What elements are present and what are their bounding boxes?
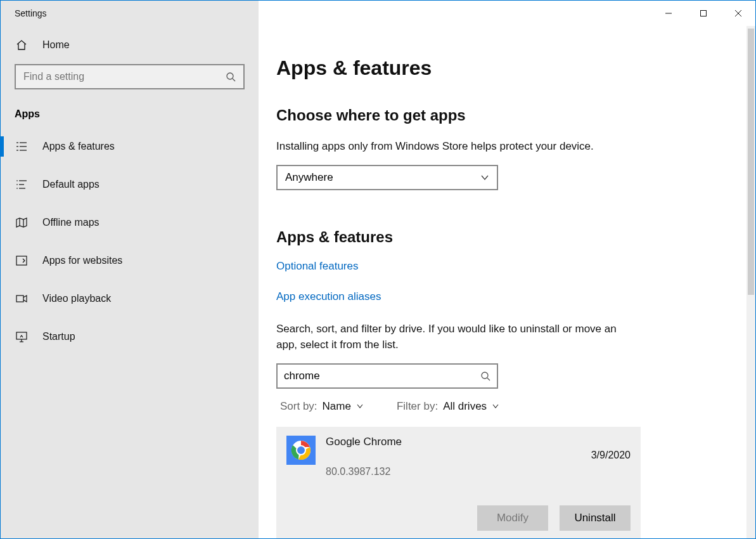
filter-by-value: All drives	[443, 400, 487, 413]
choose-apps-heading: Choose where to get apps	[276, 107, 733, 124]
app-name: Google Chrome	[326, 436, 581, 448]
sidebar-item-video-playback[interactable]: Video playback	[1, 280, 259, 318]
vertical-scrollbar[interactable]	[746, 26, 755, 538]
sidebar-home-label: Home	[42, 39, 70, 51]
svg-rect-21	[16, 295, 23, 302]
sidebar-item-label: Startup	[42, 331, 75, 342]
sidebar-item-startup[interactable]: Startup	[1, 318, 259, 356]
chevron-down-icon	[492, 403, 499, 410]
sidebar-item-label: Apps & features	[42, 141, 115, 152]
apps-list-heading: Apps & features	[276, 228, 733, 246]
sidebar-item-label: Video playback	[42, 293, 111, 304]
sidebar-item-label: Apps for websites	[42, 255, 122, 266]
sidebar-item-apps-features[interactable]: Apps & features	[1, 127, 259, 166]
sidebar-item-label: Default apps	[42, 179, 99, 190]
svg-point-25	[482, 372, 488, 379]
search-icon	[480, 371, 490, 381]
scrollbar-thumb[interactable]	[748, 29, 754, 295]
sidebar-item-apps-websites[interactable]: Apps for websites	[1, 242, 259, 280]
page-title: Apps & features	[276, 56, 733, 80]
home-icon	[15, 39, 29, 51]
sidebar-category: Apps	[1, 100, 259, 127]
choose-apps-description: Installing apps only from Windows Store …	[276, 138, 631, 155]
sidebar-item-default-apps[interactable]: Default apps	[1, 166, 259, 204]
offline-maps-icon	[15, 216, 29, 229]
sort-by-label: Sort by:	[280, 400, 317, 413]
modify-button[interactable]: Modify	[477, 505, 548, 531]
sidebar-home[interactable]: Home	[1, 26, 259, 64]
sort-by-picker[interactable]: Sort by: Name	[280, 400, 364, 413]
app-icon-chrome	[286, 436, 316, 465]
video-playback-icon	[15, 292, 29, 305]
app-search-input[interactable]	[284, 370, 480, 382]
svg-rect-1	[700, 11, 706, 16]
window-title: Settings	[1, 1, 259, 26]
svg-line-5	[233, 79, 235, 81]
filter-by-picker[interactable]: Filter by: All drives	[397, 400, 499, 413]
sidebar-item-offline-maps[interactable]: Offline maps	[1, 204, 259, 242]
svg-line-26	[487, 378, 490, 380]
install-source-select[interactable]: Anywhere	[276, 165, 498, 190]
titlebar: Settings	[1, 1, 755, 26]
settings-search[interactable]	[15, 64, 245, 89]
chevron-down-icon	[356, 403, 364, 410]
startup-icon	[15, 330, 29, 343]
close-button[interactable]	[721, 1, 755, 26]
app-install-date: 3/9/2020	[591, 436, 631, 477]
app-version: 80.0.3987.132	[326, 466, 581, 477]
app-search[interactable]	[276, 363, 498, 389]
optional-features-link[interactable]: Optional features	[276, 260, 733, 273]
settings-search-input[interactable]	[16, 71, 218, 82]
minimize-button[interactable]	[651, 1, 686, 26]
content-pane: Apps & features Choose where to get apps…	[259, 26, 755, 538]
filter-by-label: Filter by:	[397, 400, 438, 413]
install-source-value: Anywhere	[285, 171, 333, 184]
app-execution-aliases-link[interactable]: App execution aliases	[276, 290, 733, 303]
maximize-button[interactable]	[686, 1, 721, 26]
app-card[interactable]: Google Chrome 80.0.3987.132 3/9/2020 Mod…	[276, 427, 641, 539]
uninstall-button[interactable]: Uninstall	[560, 505, 631, 531]
sidebar-item-label: Offline maps	[42, 217, 99, 228]
default-apps-icon	[15, 178, 29, 191]
apps-list-caption: Search, sort, and filter by drive. If yo…	[276, 321, 631, 353]
sort-by-value: Name	[323, 400, 351, 413]
chevron-down-icon	[480, 173, 489, 182]
apps-websites-icon	[15, 254, 29, 267]
sidebar: Home Apps Apps & features Default apps O…	[1, 26, 259, 538]
svg-point-4	[227, 73, 233, 79]
search-icon	[218, 72, 243, 82]
apps-features-icon	[15, 140, 29, 153]
